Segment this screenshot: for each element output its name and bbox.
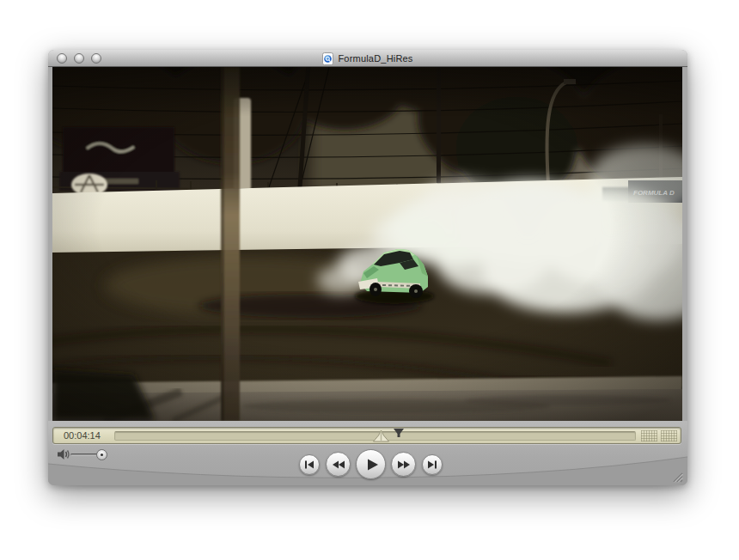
foreground-pole — [221, 67, 240, 421]
double-right-triangle-icon — [395, 456, 412, 473]
quicktime-document-icon — [322, 52, 333, 65]
jump-to-end-button[interactable] — [422, 454, 443, 475]
play-icon — [362, 455, 381, 474]
resize-grip[interactable] — [669, 469, 683, 483]
bar-left-triangle-icon — [302, 458, 316, 472]
video-content: FORMULA D — [52, 67, 682, 421]
quicktime-player-window: FormulaD_HiRes — [48, 50, 687, 485]
title-area: FormulaD_HiRes — [48, 50, 687, 67]
play-button[interactable] — [356, 449, 386, 479]
right-triangle-bar-icon — [425, 458, 439, 472]
video-frame[interactable]: FORMULA D — [52, 67, 682, 421]
fast-forward-button[interactable] — [391, 452, 416, 477]
window-titlebar[interactable]: FormulaD_HiRes — [48, 50, 687, 67]
transport-buttons — [48, 421, 687, 485]
rewind-button[interactable] — [326, 452, 351, 477]
playback-controller: 00:04:14 — [48, 421, 687, 485]
double-left-triangle-icon — [330, 456, 347, 473]
jump-to-start-button[interactable] — [299, 454, 320, 475]
window-title: FormulaD_HiRes — [338, 53, 412, 64]
